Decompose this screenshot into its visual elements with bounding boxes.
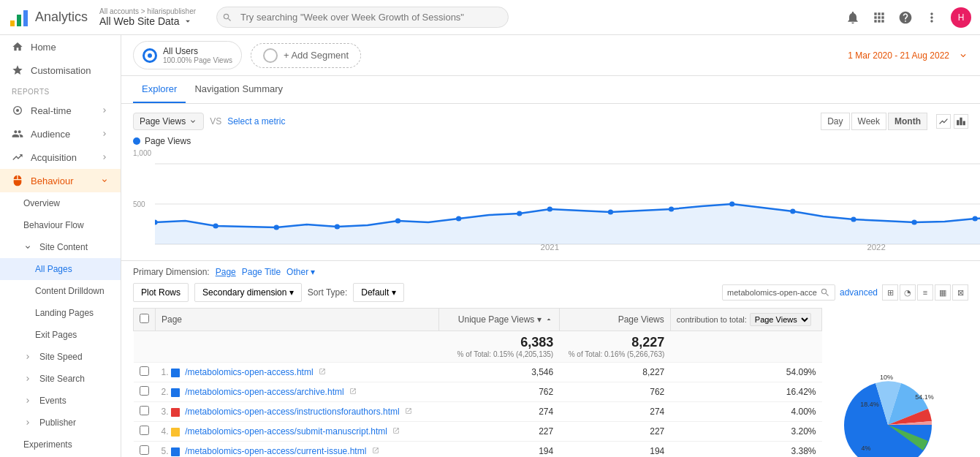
header-icons: H <box>846 7 971 28</box>
row-checkbox[interactable] <box>134 382 156 402</box>
apps-icon[interactable] <box>872 10 886 25</box>
sidebar-item-behaviour[interactable]: Behaviour <box>0 169 121 192</box>
row-checkbox[interactable] <box>134 442 156 458</box>
advanced-button[interactable]: advanced <box>840 287 878 298</box>
external-link-icon[interactable] <box>372 447 379 454</box>
th-page: Page <box>156 309 439 331</box>
sidebar-item-content-drilldown[interactable]: Content Drilldown <box>0 280 121 302</box>
row-page-views: 274 <box>559 402 670 422</box>
table-main: Page Unique Page Views ▾ Page Views <box>133 308 822 457</box>
sidebar-item-events[interactable]: Events <box>0 390 121 412</box>
sidebar-label-content-drilldown: Content Drilldown <box>35 286 105 296</box>
bar-view-icon[interactable]: ▦ <box>935 284 951 301</box>
chart-view-controls: Day Week Month <box>821 113 968 130</box>
sidebar-item-publisher[interactable]: Publisher <box>0 412 121 434</box>
row-page: 4. /metabolomics-open-access/submit-manu… <box>156 422 439 442</box>
day-button[interactable]: Day <box>821 113 849 130</box>
sort-type-button[interactable]: Default ▾ <box>353 283 403 302</box>
sidebar-label-events: Events <box>39 396 67 406</box>
sidebar-item-landing-pages[interactable]: Landing Pages <box>0 302 121 324</box>
pivot-view-icon[interactable]: ⊠ <box>952 284 968 301</box>
chevron-right-icon <box>100 106 109 115</box>
sidebar-item-site-content[interactable]: Site Content <box>0 236 121 258</box>
week-button[interactable]: Week <box>851 113 886 130</box>
svg-point-18 <box>729 202 734 207</box>
sidebar-item-site-speed[interactable]: Site Speed <box>0 346 121 368</box>
sidebar-label-behaviour: Behaviour <box>31 175 74 186</box>
notifications-icon[interactable] <box>846 10 860 25</box>
sidebar-item-customisation[interactable]: Customisation <box>0 58 121 82</box>
svg-point-15 <box>547 207 552 212</box>
external-link-icon[interactable] <box>392 427 400 434</box>
sidebar-item-audience[interactable]: Audience <box>0 122 121 146</box>
select-metric[interactable]: Select a metric <box>227 116 285 126</box>
sidebar-item-all-pages[interactable]: All Pages <box>0 258 121 280</box>
th-unique-views[interactable]: Unique Page Views ▾ <box>438 309 559 331</box>
row-pct: 4.00% <box>670 402 821 422</box>
chevron-right-icon-2 <box>100 129 109 138</box>
help-icon[interactable] <box>898 10 913 25</box>
svg-point-16 <box>608 210 613 215</box>
external-link-icon[interactable] <box>319 368 326 375</box>
table-area: Primary Dimension: Page Page Title Other… <box>121 261 980 457</box>
list-view-icon[interactable]: ≡ <box>917 284 933 301</box>
month-button[interactable]: Month <box>888 113 927 130</box>
metric-button[interactable]: Page Views <box>133 113 204 130</box>
row-checkbox[interactable] <box>134 363 156 382</box>
row-checkbox[interactable] <box>134 422 156 442</box>
chart-controls: Page Views VS Select a metric Day Week M… <box>133 113 968 130</box>
sidebar-item-home[interactable]: Home <box>0 35 121 58</box>
page-link[interactable]: /metabolomics-open-access/instructionsfo… <box>185 407 399 417</box>
line-chart-icon[interactable] <box>936 114 951 129</box>
sidebar-label-site-speed: Site Speed <box>39 352 83 362</box>
pie-view-icon[interactable]: ◔ <box>900 284 916 301</box>
page-link[interactable]: /metabolomics-open-access/archive.html <box>185 387 343 397</box>
tab-explorer[interactable]: Explorer <box>133 76 186 103</box>
sidebar-item-exit-pages[interactable]: Exit Pages <box>0 324 121 346</box>
page-link[interactable]: /metabolomics-open-access/current-issue.… <box>185 446 366 456</box>
row-pct: 54.09% <box>670 363 821 382</box>
more-icon[interactable] <box>924 10 939 25</box>
grid-view-icon[interactable]: ⊞ <box>882 284 898 301</box>
totals-page-views: 8,227 % of Total: 0.16% (5,266,763) <box>559 331 670 363</box>
user-avatar[interactable]: H <box>951 7 971 28</box>
chart-type-icons <box>936 114 968 129</box>
dim-page-title[interactable]: Page Title <box>242 267 281 277</box>
totals-unique-views: 6,383 % of Total: 0.15% (4,205,135) <box>438 331 559 363</box>
row-checkbox[interactable] <box>134 402 156 422</box>
tab-navigation-summary[interactable]: Navigation Summary <box>186 76 292 103</box>
select-all-checkbox[interactable] <box>140 314 149 323</box>
sidebar-item-behaviour-flow[interactable]: Behaviour Flow <box>0 214 121 236</box>
row-unique-views: 762 <box>438 382 559 402</box>
date-range[interactable]: 1 Mar 2020 - 21 Aug 2022 <box>848 50 949 61</box>
external-link-icon[interactable] <box>405 407 412 415</box>
sidebar-item-site-search[interactable]: Site Search <box>0 368 121 390</box>
svg-point-22 <box>973 216 978 222</box>
svg-text:2021: 2021 <box>541 243 559 252</box>
dim-other[interactable]: Other ▾ <box>286 267 315 277</box>
all-users-segment[interactable]: All Users 100.00% Page Views <box>133 41 242 69</box>
external-link-icon[interactable] <box>349 388 357 395</box>
vs-label: VS <box>210 116 221 126</box>
contribution-select[interactable]: Page Views <box>750 313 811 326</box>
sidebar-label-exit-pages: Exit Pages <box>35 330 77 340</box>
line-chart-svg: 2021 2022 <box>155 156 980 252</box>
add-segment-button[interactable]: + Add Segment <box>251 43 361 68</box>
secondary-dimension-button[interactable]: Secondary dimension ▾ <box>194 283 302 302</box>
search-input[interactable] <box>216 7 509 28</box>
plot-rows-button[interactable]: Plot Rows <box>133 283 189 302</box>
sidebar-item-acquisition[interactable]: Acquisition <box>0 146 121 169</box>
sidebar-item-overview[interactable]: Overview <box>0 192 121 214</box>
sidebar-label-acquisition: Acquisition <box>31 152 77 163</box>
page-link[interactable]: /metabolomics-open-access/submit-manuscr… <box>185 426 387 437</box>
bar-chart-icon[interactable] <box>954 114 968 129</box>
svg-point-9 <box>213 224 218 229</box>
property-selector[interactable]: All Web Site Data <box>99 15 196 27</box>
sidebar-item-realtime[interactable]: Real-time <box>0 99 121 122</box>
svg-rect-2 <box>23 10 28 26</box>
sidebar-label-overview: Overview <box>23 198 60 208</box>
filter-search-icon[interactable] <box>820 287 830 298</box>
dim-page[interactable]: Page <box>216 267 236 277</box>
sidebar-item-experiments[interactable]: Experiments <box>0 434 121 456</box>
page-link[interactable]: /metabolomics-open-access.html <box>185 367 313 377</box>
